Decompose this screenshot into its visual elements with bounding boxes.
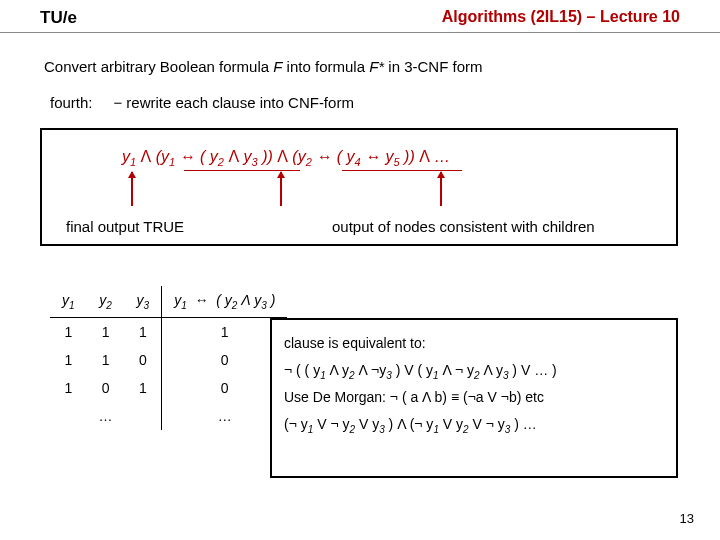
step-line: fourth: − rewrite each clause into CNF-f… bbox=[50, 94, 354, 111]
line-cnf: (¬ y1 V ¬ y2 V y3 ) Λ (¬ y1 V y2 V ¬ y3 … bbox=[284, 411, 664, 439]
table-row: 1 1 0 0 bbox=[50, 346, 287, 374]
slide: TU/e Algorithms (2IL15) – Lecture 10 Con… bbox=[0, 0, 720, 540]
step-label: fourth: bbox=[50, 94, 93, 111]
th-expr: y1 ↔ ( y2 Λ y3 ) bbox=[162, 286, 288, 317]
arrow-icon bbox=[131, 172, 133, 206]
table-row: 1 1 1 1 bbox=[50, 317, 287, 346]
logo: TU/e bbox=[40, 8, 77, 28]
label-consistent: output of nodes consistent with children bbox=[332, 218, 595, 235]
label-final-output: final output TRUE bbox=[66, 218, 184, 235]
th-y2: y2 bbox=[87, 286, 125, 317]
header-bar: TU/e Algorithms (2IL15) – Lecture 10 bbox=[0, 8, 720, 33]
formula-box: y1 Λ (y1 ↔ ( y2 Λ y3 )) Λ (y2 ↔ ( y4 ↔ y… bbox=[40, 128, 678, 246]
equivalence-box: clause is equivalent to: ¬ ( ( y1 Λ y2 Λ… bbox=[270, 318, 678, 478]
arrow-icon bbox=[440, 172, 442, 206]
table-row: … … bbox=[50, 402, 287, 430]
course-title: Algorithms (2IL15) – Lecture 10 bbox=[442, 8, 680, 26]
truth-table: y1 y2 y3 y1 ↔ ( y2 Λ y3 ) 1 1 1 1 1 1 0 … bbox=[50, 286, 287, 430]
line-dnf: ¬ ( ( y1 Λ y2 Λ ¬y3 ) V ( y1 Λ ¬ y2 Λ y3… bbox=[284, 357, 664, 385]
line-demorgan: Use De Morgan: ¬ ( a Λ b) ≡ (¬a V ¬b) et… bbox=[284, 384, 664, 411]
table-header-row: y1 y2 y3 y1 ↔ ( y2 Λ y3 ) bbox=[50, 286, 287, 317]
arrow-icon bbox=[280, 172, 282, 206]
line-clause-equiv: clause is equivalent to: bbox=[284, 330, 664, 357]
step-text: − rewrite each clause into CNF-form bbox=[113, 94, 354, 111]
table-row: 1 0 1 0 bbox=[50, 374, 287, 402]
intro-text: Convert arbitrary Boolean formula F into… bbox=[44, 58, 483, 75]
formula: y1 Λ (y1 ↔ ( y2 Λ y3 )) Λ (y2 ↔ ( y4 ↔ y… bbox=[122, 148, 450, 168]
th-y3: y3 bbox=[125, 286, 162, 317]
th-y1: y1 bbox=[50, 286, 87, 317]
page-number: 13 bbox=[680, 511, 694, 526]
